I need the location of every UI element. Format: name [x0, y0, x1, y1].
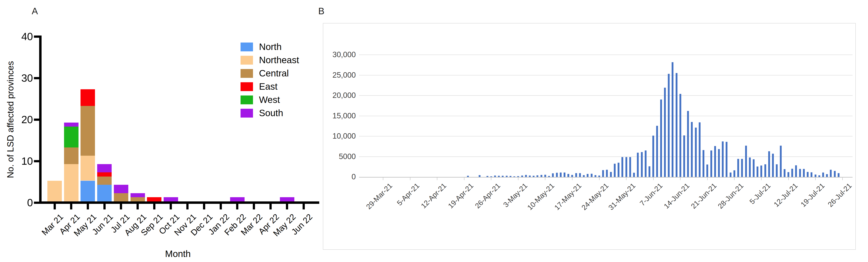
daily-case-bar	[741, 159, 743, 177]
daily-case-bar	[834, 171, 836, 177]
daily-case-bar	[791, 169, 793, 177]
daily-case-bar	[787, 172, 789, 177]
daily-case-bar	[734, 170, 735, 177]
daily-case-bar	[683, 135, 685, 177]
y-tick-label: 10	[5, 156, 33, 166]
stacked-bar-segment-central	[64, 148, 79, 164]
y-tick	[34, 160, 39, 162]
gridline	[359, 95, 852, 96]
stacked-bar-segment-east	[147, 197, 161, 201]
y-tick-label: 5000	[316, 153, 356, 161]
stacked-bar-segment-central	[97, 176, 112, 185]
x-tick	[186, 204, 189, 209]
daily-case-bar	[722, 141, 724, 177]
x-tick	[70, 204, 72, 209]
x-tick	[761, 177, 762, 180]
stacked-bar-segment-south	[164, 197, 178, 201]
y-tick-label: 30	[5, 73, 33, 83]
y-tick-label: 15,000	[316, 112, 356, 120]
daily-case-bar	[730, 172, 732, 177]
stacked-bar-segment-northeast	[48, 181, 62, 202]
gridline	[359, 75, 852, 75]
x-tick	[253, 204, 255, 209]
x-tick	[170, 204, 172, 209]
x-tick	[103, 204, 105, 209]
daily-case-bar	[691, 122, 693, 177]
daily-case-bar	[479, 175, 480, 177]
stacked-bar-segment-east	[81, 89, 95, 106]
y-tick	[34, 202, 39, 204]
daily-case-bar	[776, 164, 778, 177]
daily-case-bar	[780, 145, 782, 177]
daily-case-bar	[664, 88, 666, 177]
legend-label-west: West	[259, 95, 280, 104]
daily-case-bar	[803, 169, 805, 177]
daily-case-bar	[506, 176, 507, 177]
daily-case-bar	[679, 94, 681, 177]
legend-swatch-south	[241, 109, 253, 118]
daily-case-bar	[587, 174, 589, 177]
daily-case-bar	[621, 157, 623, 177]
y-tick-label: 30,000	[316, 51, 356, 59]
daily-case-bar	[695, 128, 697, 177]
daily-case-bar	[594, 175, 596, 177]
daily-cases-chart: New LSD case	[323, 23, 856, 250]
legend-swatch-central	[241, 69, 253, 78]
daily-case-bar	[552, 173, 554, 177]
daily-case-bar	[726, 142, 727, 177]
x-tick	[270, 204, 272, 209]
daily-case-bar	[521, 175, 523, 177]
legend-swatch-east	[241, 82, 253, 91]
x-tick	[734, 177, 735, 180]
x-tick	[303, 204, 305, 209]
daily-case-bar	[567, 174, 569, 177]
x-tick	[383, 177, 383, 180]
stacked-bar-segment-central	[81, 106, 95, 156]
x-axis-title: Month	[165, 248, 191, 259]
y-tick-label: 10,000	[316, 132, 356, 140]
x-tick	[599, 177, 599, 180]
daily-case-bar	[614, 164, 616, 177]
daily-case-bar	[765, 164, 766, 177]
daily-case-bar	[749, 158, 751, 177]
y-tick-label: 20	[5, 114, 33, 125]
x-tick	[788, 177, 789, 180]
daily-case-bar	[494, 175, 496, 177]
y-axis-line	[39, 35, 41, 204]
y-tick	[34, 35, 39, 38]
daily-case-bar	[745, 145, 747, 177]
stacked-bar-segment-central	[114, 193, 128, 201]
daily-case-bar	[756, 166, 758, 177]
x-tick	[572, 177, 572, 180]
daily-case-bar	[498, 176, 500, 177]
daily-case-bar	[583, 175, 585, 177]
x-tick	[815, 177, 815, 180]
daily-case-bar	[761, 165, 762, 177]
daily-case-bar	[672, 62, 674, 177]
y-tick-label: 20,000	[316, 91, 356, 99]
legend-label-central: Central	[259, 69, 289, 78]
daily-case-bar	[710, 151, 712, 177]
daily-case-bar	[668, 74, 670, 177]
daily-case-bar	[525, 175, 527, 177]
x-tick	[545, 177, 545, 180]
x-tick	[518, 177, 519, 180]
daily-case-bar	[610, 172, 612, 177]
legend-label-east: East	[259, 82, 278, 91]
daily-case-bar	[540, 175, 542, 177]
y-tick	[34, 77, 39, 79]
daily-case-bar	[706, 164, 708, 177]
stacked-bar-segment-south	[114, 185, 128, 193]
daily-case-bar	[637, 153, 639, 177]
daily-case-bar	[502, 176, 503, 177]
y-tick-label: 0	[316, 173, 356, 181]
stacked-bar-segment-west	[64, 127, 79, 148]
stacked-bar-segment-south	[280, 197, 294, 201]
x-tick	[120, 204, 122, 209]
stacked-bar-segment-northeast	[81, 156, 95, 181]
daily-case-bar	[517, 176, 519, 177]
daily-case-bar	[591, 174, 592, 177]
daily-case-bar	[514, 176, 515, 177]
y-tick-label: 40	[5, 31, 33, 42]
daily-case-bar	[560, 172, 562, 177]
